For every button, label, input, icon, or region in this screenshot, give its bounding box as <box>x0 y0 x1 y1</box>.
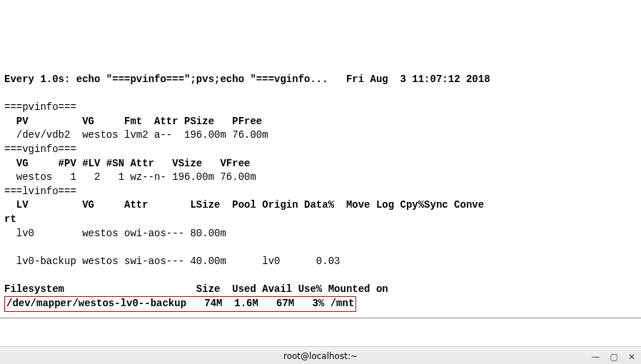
vg-header: VG #PV #LV #SN Attr VSize VFree <box>4 158 256 169</box>
lv-row-2: lv0-backup westos swi-aos--- 40.00m lv0 … <box>4 256 340 267</box>
watch-output-pane: Every 1.0s: echo "===pvinfo===";pvs;echo… <box>0 56 641 318</box>
lvinfo-marker: ===lvinfo=== <box>4 186 76 197</box>
watch-header-left: Every 1.0s: echo "===pvinfo===";pvs;echo… <box>4 74 328 85</box>
titlebar: root@localhost:~ — ▢ ✕ <box>0 346 641 364</box>
vg-row: westos 1 2 1 wz--n- 196.00m 76.00m <box>4 171 256 183</box>
df-header: Filesystem Size Used Avail Use% Mounted … <box>4 283 388 295</box>
window-title: root@localhost:~ <box>283 350 358 363</box>
window-buttons: — ▢ ✕ <box>592 347 635 364</box>
df-row-highlight: /dev/mapper/westos-lv0--backup 74M 1.6M … <box>4 296 356 312</box>
maximize-button[interactable]: ▢ <box>610 351 618 363</box>
pvinfo-marker: ===pvinfo=== <box>4 101 76 113</box>
pv-header: PV VG Fmt Attr PSize PFree <box>4 116 268 127</box>
watch-header-right: Fri Aug 3 11:07:12 2018 <box>346 74 490 85</box>
lv-header: LV VG Attr LSize Pool Origin Data% Move … <box>4 199 484 211</box>
close-button[interactable]: ✕ <box>628 351 635 363</box>
pv-row: /dev/vdb2 westos lvm2 a-- 196.00m 76.00m <box>4 129 268 141</box>
minimize-button[interactable]: — <box>592 351 600 363</box>
vginfo-marker: ===vginfo=== <box>4 143 76 155</box>
lv-row-1: lv0 westos owi-aos--- 80.00m <box>4 228 226 239</box>
lv-header-wrap: rt <box>4 213 16 225</box>
